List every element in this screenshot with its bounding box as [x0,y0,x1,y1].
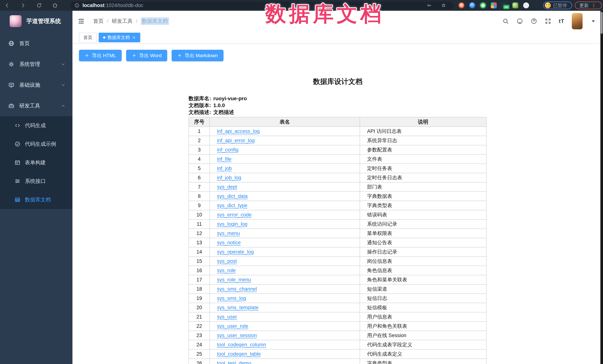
export-html-button[interactable]: 导出 HTML [79,50,122,61]
home-icon[interactable] [52,2,58,8]
row-number-cell: 18 [189,284,210,294]
sidebar-item-dev-tools[interactable]: 研发工具 [0,95,72,116]
help-icon[interactable] [531,18,537,24]
table-name-link[interactable]: sys_user [217,314,237,320]
table-name-link[interactable]: inf_file [217,156,232,162]
tab-home[interactable]: 首页 [79,33,97,42]
breadcrumb-item[interactable]: 首页 [93,18,104,25]
sidebar-item-system-api[interactable]: 系统接口 [0,172,72,190]
table-row: 18sys_sms_channel短信渠道 [189,284,486,294]
table-row: 12sys_menu菜单权限表 [189,229,486,238]
table-desc-cell: 字典数据表 [360,192,486,201]
table-name-link[interactable]: sys_role_menu [217,277,251,283]
table-name-link[interactable]: sys_operate_log [217,249,254,255]
table-name-cell: sys_login_log [210,220,360,229]
table-name-link[interactable]: sys_user_session [217,333,257,338]
sidebar-item-codegen-demo[interactable]: 代码生成示例 [0,135,72,153]
extension-badge: on [503,5,509,9]
table-name-link[interactable]: sys_menu [217,231,240,236]
export-markdown-button[interactable]: 导出 Markdown [172,50,223,61]
sidebar-item-codegen[interactable]: 代码生成 [0,116,72,135]
meta-row: 数据库名:ruoyi-vue-pro [188,95,247,102]
sidebar-item-infrastructure[interactable]: 基础设施 [0,75,72,95]
chevron-up-icon [61,104,65,108]
sidebar-collapse-button[interactable] [78,18,85,25]
table-name-link[interactable]: sys_notice [217,240,241,245]
export-word-button[interactable]: 导出 Word [126,50,167,61]
extension-icon[interactable] [469,2,475,8]
bookmark-star-icon[interactable] [441,3,446,8]
table-name-cell: sys_menu [210,229,360,238]
table-name-link[interactable]: sys_dict_type [217,203,247,208]
table-name-link[interactable]: sys_sms_template [217,305,259,310]
table-name-link[interactable]: sys_sms_channel [217,286,257,292]
browser-menu-dots-icon[interactable] [591,3,596,8]
sidebar-item-system-mgmt[interactable]: 系统管理 [0,54,72,75]
user-avatar[interactable] [572,13,583,29]
avatar-caret-down-icon[interactable] [590,18,597,24]
password-key-icon[interactable] [427,3,432,8]
table-name-link[interactable]: inf_job_log [217,175,241,180]
extension-icon[interactable] [512,2,518,8]
table-name-cell: sys_error_code [210,210,360,220]
row-number-cell: 22 [189,321,210,331]
table-name-link[interactable]: sys_error_code [217,212,252,218]
meta-label: 数据库名: [188,95,211,102]
extensions-puzzle-icon[interactable] [523,2,529,8]
table-name-link[interactable]: sys_user_role [217,323,248,329]
extension-icon[interactable] [458,2,464,8]
font-size-icon[interactable]: tT [559,18,564,24]
site-info-icon[interactable] [74,3,80,8]
table-name-link[interactable]: inf_job [217,165,232,171]
sidebar-item-form-builder[interactable]: 表单构建 [0,153,72,172]
plus-icon [84,53,89,58]
table-name-link[interactable]: inf_api_access_log [217,128,260,134]
table-name-link[interactable]: sys_sms_log [217,296,246,301]
fullscreen-icon[interactable] [545,18,551,24]
sidebar-item-db-doc[interactable]: 数据库文档 [0,190,72,209]
extension-icon[interactable]: on [502,2,508,8]
browser-nav-buttons [4,0,58,11]
table-desc-cell: 系统异常日志 [360,136,486,145]
scrollbar-thumb[interactable] [601,12,603,34]
table-row: 2inf_api_error_log系统异常日志 [189,136,486,145]
search-icon[interactable] [502,18,509,24]
table-desc-cell: 部门表 [360,182,486,192]
breadcrumb-item[interactable]: 研发工具 [112,18,133,25]
reload-icon[interactable] [36,2,42,8]
table-desc-cell: 系统访问记录 [360,220,486,229]
table-name-link[interactable]: tool_codegen_column [217,342,266,347]
table-name-link[interactable]: inf_config [217,147,239,153]
extension-icon[interactable] [480,2,486,8]
app-logo [10,15,22,27]
table-name-link[interactable]: tool_test_demo [217,361,251,364]
table-name-link[interactable]: sys_dept [217,184,237,190]
page-scrollbar[interactable] [600,11,603,364]
forward-icon[interactable] [20,2,26,8]
app-logo-row[interactable]: 芋道管理系统 [0,11,72,32]
back-icon[interactable] [4,2,10,8]
app-title: 芋道管理系统 [26,17,61,25]
browser-profile-button[interactable]: 已暂停 [543,1,572,9]
browser-update-button[interactable]: 更新 [575,1,602,9]
extension-icon[interactable] [491,2,497,8]
tab-db-doc[interactable]: 数据库文档 [99,33,140,42]
chevron-down-icon [61,83,65,87]
github-icon[interactable] [516,18,523,24]
table-name-cell: tool_codegen_table [210,349,360,359]
table-name-link[interactable]: sys_role [217,268,236,273]
table-name-link[interactable]: sys_post [217,258,237,264]
sidebar-item-home[interactable]: 首页 [0,33,72,54]
table-name-cell: inf_job_log [210,173,360,182]
page: localhost:1024/tool/db-doc on 已暂停 更新 数据库… [0,0,603,364]
table-row: 22sys_user_role用户和角色关联表 [189,321,486,331]
address-bar[interactable]: localhost:1024/tool/db-doc [70,2,453,9]
table-name-link[interactable]: inf_api_error_log [217,138,255,143]
table-name-cell: inf_file [210,154,360,164]
table-row: 10sys_error_code错误码表 [189,210,486,220]
table-name-link[interactable]: tool_codegen_table [217,351,261,357]
annotation-watermark: 数据库文档 [265,0,384,28]
table-name-cell: inf_api_error_log [210,136,360,145]
table-name-link[interactable]: sys_dict_data [217,193,248,199]
table-name-link[interactable]: sys_login_log [217,221,247,227]
